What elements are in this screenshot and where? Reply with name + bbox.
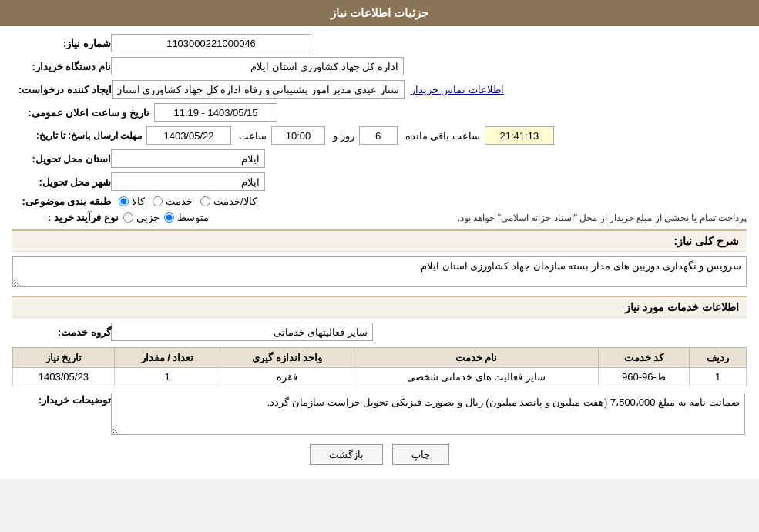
page-title: جزئیات اطلاعات نیاز (331, 6, 428, 19)
ijad-konande-input[interactable] (112, 80, 405, 99)
mande-label: ساعت باقی مانده (405, 130, 480, 142)
mande-input (485, 126, 554, 145)
table-row: 1 ط-96-960 سایر فعالیت های خدماتی شخصی ف… (13, 368, 747, 386)
radio-kala-khedmat-group[interactable]: کالا/خدمت (200, 196, 257, 207)
radio-motevaset[interactable] (164, 212, 174, 223)
button-row: چاپ بازگشت (12, 444, 747, 465)
cell-code: ط-96-960 (598, 368, 689, 386)
khadamat-section-title: اطلاعات خدمات مورد نیاز (12, 296, 747, 318)
radio-kala-label: کالا (132, 196, 145, 207)
tabaqe-label: طبقه بندی موضوعی: (18, 196, 111, 207)
cell-radif: 1 (690, 368, 747, 386)
goroh-khedmat-input[interactable] (111, 323, 373, 341)
chap-button[interactable]: چاپ (392, 444, 449, 465)
col-radif: ردیف (690, 348, 747, 368)
ostan-input[interactable] (111, 149, 265, 168)
cell-unit: فقره (220, 368, 354, 386)
sharh-section-title: شرح کلی نیاز: (12, 229, 747, 252)
radio-khedmat-group[interactable]: خدمت (153, 196, 193, 207)
col-name: نام خدمت (354, 348, 599, 368)
rooz-input (359, 126, 398, 145)
shomara-niaz-label: شماره نیاز: (18, 38, 111, 49)
radio-jozyi-label: جزیی (136, 212, 160, 223)
tozihat-textarea[interactable]: ضمانت نامه به مبلغ 7،500،000 (هفت میلیون… (111, 393, 745, 435)
rooz-label: روز و (333, 130, 354, 142)
saat-label: ساعت (239, 130, 267, 142)
col-count: تعداد / مقدار (114, 348, 220, 368)
mohlet-label: مهلت ارسال پاسخ: تا تاریخ: (18, 130, 142, 141)
radio-kala[interactable] (119, 196, 129, 206)
shahr-label: شهر محل تحویل: (18, 176, 111, 188)
shahr-input[interactable] (111, 172, 265, 191)
radio-khedmat[interactable] (153, 196, 163, 206)
ettelaat-tamas-link[interactable]: اطلاعات تماس خریدار (411, 84, 504, 95)
col-code: کد خدمت (598, 348, 689, 368)
radio-jozyi-group[interactable]: جزیی (123, 212, 160, 223)
bazgasht-button[interactable]: بازگشت (310, 444, 383, 465)
radio-khedmat-label: خدمت (166, 196, 193, 207)
radio-motevaset-group[interactable]: متوسط (164, 212, 209, 223)
goroh-khedmat-label: گروه خدمت: (18, 326, 111, 338)
purchase-desc: پرداخت تمام یا بخشی از مبلغ خریدار از مح… (221, 212, 747, 223)
radio-kala-group[interactable]: کالا (119, 196, 145, 207)
col-unit: واحد اندازه گیری (220, 348, 354, 368)
nam-dastgah-label: نام دستگاه خریدار: (18, 61, 111, 72)
mohlet-date-input[interactable] (146, 126, 231, 145)
radio-kala-khedmat-label: کالا/خدمت (213, 196, 257, 207)
cell-name: سایر فعالیت های خدماتی شخصی (354, 368, 599, 386)
page-header: جزئیات اطلاعات نیاز (0, 0, 759, 26)
radio-motevaset-label: متوسط (177, 212, 209, 223)
shomara-niaz-input[interactable] (111, 34, 311, 52)
sharh-textarea[interactable]: سرویس و نگهداری دوربین های مدار بسته ساز… (12, 256, 747, 287)
tarikh-label: تاریخ و ساعت اعلان عمومی: (18, 107, 149, 119)
radio-jozyi[interactable] (123, 212, 133, 223)
services-table-container: ردیف کد خدمت نام خدمت واحد اندازه گیری ت… (12, 347, 747, 386)
farayand-label: نوع فرآیند خرید : (18, 212, 119, 223)
tozihat-label: توضیحات خریدار: (18, 394, 111, 406)
saat-input (271, 126, 325, 145)
services-table: ردیف کد خدمت نام خدمت واحد اندازه گیری ت… (12, 347, 747, 386)
col-date: تاریخ نیاز (13, 348, 115, 368)
cell-count: 1 (114, 368, 220, 386)
ijad-konande-label: ایجاد کننده درخواست: (18, 84, 112, 95)
tarikh-input[interactable] (154, 103, 277, 122)
nam-dastgah-input[interactable] (111, 57, 404, 75)
ostan-label: استان محل تحویل: (18, 153, 111, 165)
radio-kala-khedmat[interactable] (200, 196, 210, 206)
cell-date: 1403/05/23 (13, 368, 115, 386)
